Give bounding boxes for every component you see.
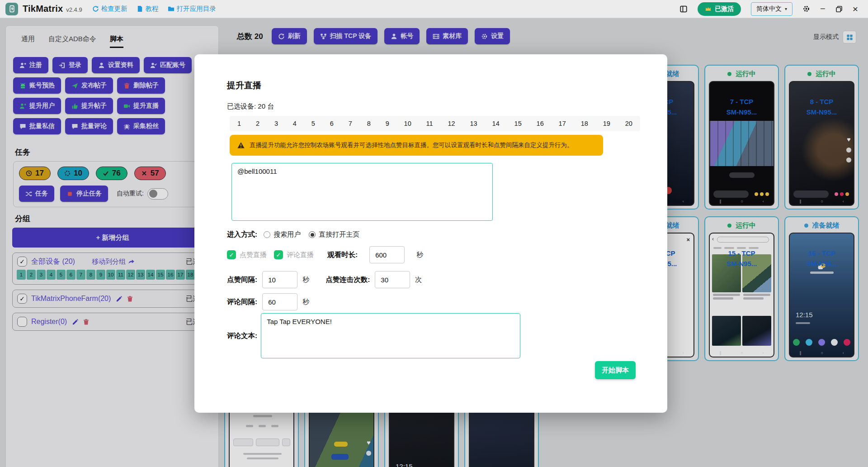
modal-device-number: 1 bbox=[237, 120, 241, 127]
modal-device-number: 9 bbox=[386, 120, 389, 127]
chevron-down-icon: ▾ bbox=[785, 6, 787, 11]
menu-folder[interactable]: 打开应用目录 bbox=[168, 5, 216, 13]
crown-icon bbox=[705, 5, 712, 12]
titlebar-menu: 检查更新教程打开应用目录 bbox=[92, 5, 216, 13]
entry-option-搜索用户[interactable]: 搜索用户 bbox=[264, 230, 301, 239]
warning-icon bbox=[237, 142, 245, 149]
panel-toggle-icon[interactable] bbox=[679, 5, 688, 13]
like-combo-input[interactable] bbox=[375, 271, 410, 288]
entry-option-label: 搜索用户 bbox=[274, 230, 301, 239]
comment-interval-input[interactable] bbox=[262, 293, 297, 310]
modal-device-number: 18 bbox=[581, 120, 588, 127]
like-interval-unit: 秒 bbox=[302, 276, 309, 284]
activated-label: 已激活 bbox=[715, 5, 734, 13]
modal-device-number: 2 bbox=[256, 120, 259, 127]
modal-device-number: 8 bbox=[367, 120, 371, 127]
entry-option-直接打开主页[interactable]: 直接打开主页 bbox=[309, 230, 359, 239]
modal-device-number: 11 bbox=[426, 120, 433, 127]
entry-option-label: 直接打开主页 bbox=[319, 230, 359, 239]
document-icon bbox=[137, 5, 143, 12]
app-version: v2.4.9 bbox=[66, 6, 82, 13]
modal-device-number: 19 bbox=[603, 120, 610, 127]
menu-label: 检查更新 bbox=[101, 5, 127, 13]
watch-duration-input[interactable] bbox=[369, 246, 405, 263]
titlebar: TikMatrix v2.4.9 检查更新教程打开应用目录 已激活 简体中文 ▾… bbox=[0, 0, 868, 18]
checkbox-icon: ✓ bbox=[274, 250, 283, 259]
app-title: TikMatrix bbox=[23, 4, 63, 14]
entry-mode-label: 进入方式: bbox=[227, 230, 257, 239]
checkbox-label: 点赞直播 bbox=[240, 251, 267, 259]
modal-device-number: 12 bbox=[448, 120, 455, 127]
modal-device-number: 3 bbox=[274, 120, 278, 127]
selected-devices-label: 已选设备: 20 台 bbox=[227, 102, 274, 111]
modal-device-number: 16 bbox=[537, 120, 544, 127]
menu-label: 打开应用目录 bbox=[177, 5, 216, 13]
modal-device-number: 14 bbox=[492, 120, 500, 127]
radio-icon bbox=[264, 231, 270, 238]
app-window: { "titlebar": { "app_name": "TikMatrix",… bbox=[0, 0, 868, 467]
modal-device-number: 20 bbox=[625, 120, 632, 127]
menu-document[interactable]: 教程 bbox=[137, 5, 159, 13]
like-combo-label: 点赞连击次数: bbox=[326, 275, 370, 285]
watch-duration-label: 观看时长: bbox=[327, 250, 358, 260]
warning-text: 直播提升功能允许您控制农场账号观看并可选择性地点赞目标直播。您可以设置观看时长和… bbox=[250, 141, 573, 149]
modal-device-number: 17 bbox=[559, 120, 566, 127]
app-logo-icon bbox=[5, 3, 18, 15]
menu-refresh[interactable]: 检查更新 bbox=[92, 5, 127, 13]
close-button[interactable]: × bbox=[853, 4, 858, 14]
language-label: 简体中文 bbox=[756, 5, 782, 13]
menu-label: 教程 bbox=[146, 5, 159, 13]
settings-gear-icon[interactable] bbox=[802, 5, 810, 13]
checkbox-点赞直播[interactable]: ✓点赞直播 bbox=[227, 250, 267, 259]
modal-device-number: 13 bbox=[470, 120, 477, 127]
target-users-input[interactable]: @bell100011 bbox=[231, 163, 493, 221]
language-selector[interactable]: 简体中文 ▾ bbox=[751, 2, 793, 16]
restore-button[interactable] bbox=[835, 5, 843, 13]
folder-icon bbox=[168, 5, 175, 12]
activated-badge[interactable]: 已激活 bbox=[698, 2, 741, 16]
warning-banner: 直播提升功能允许您控制农场账号观看并可选择性地点赞目标直播。您可以设置观看时长和… bbox=[230, 135, 603, 156]
like-interval-label: 点赞间隔: bbox=[227, 275, 257, 285]
modal-device-number: 5 bbox=[311, 120, 315, 127]
modal-title: 提升直播 bbox=[227, 80, 261, 91]
modal-device-number: 15 bbox=[514, 120, 522, 127]
radio-icon bbox=[309, 231, 316, 238]
comment-interval-label: 评论间隔: bbox=[227, 297, 257, 307]
start-script-button[interactable]: 开始脚本 bbox=[595, 361, 636, 379]
modal-device-number: 4 bbox=[293, 120, 297, 127]
modal-device-number: 7 bbox=[349, 120, 352, 127]
watch-duration-unit: 秒 bbox=[416, 251, 423, 259]
comment-text-input[interactable]: Tap Tap EVERYONE! bbox=[261, 313, 520, 358]
like-interval-input[interactable] bbox=[262, 271, 297, 288]
like-combo-unit: 次 bbox=[415, 276, 422, 284]
boost-live-modal: 提升直播 已选设备: 20 台 123456789101112131415161… bbox=[194, 54, 667, 413]
refresh-icon bbox=[92, 5, 99, 12]
modal-device-number: 10 bbox=[404, 120, 411, 127]
modal-device-numbers: 1234567891011121314151617181920 bbox=[230, 116, 640, 131]
checkbox-icon: ✓ bbox=[227, 250, 236, 259]
comment-text-label: 评论文本: bbox=[227, 331, 257, 341]
comment-interval-unit: 秒 bbox=[302, 298, 309, 306]
checkbox-label: 评论直播 bbox=[287, 251, 314, 259]
checkbox-评论直播[interactable]: ✓评论直播 bbox=[274, 250, 314, 259]
minimize-button[interactable]: − bbox=[820, 4, 826, 14]
modal-device-number: 6 bbox=[330, 120, 334, 127]
